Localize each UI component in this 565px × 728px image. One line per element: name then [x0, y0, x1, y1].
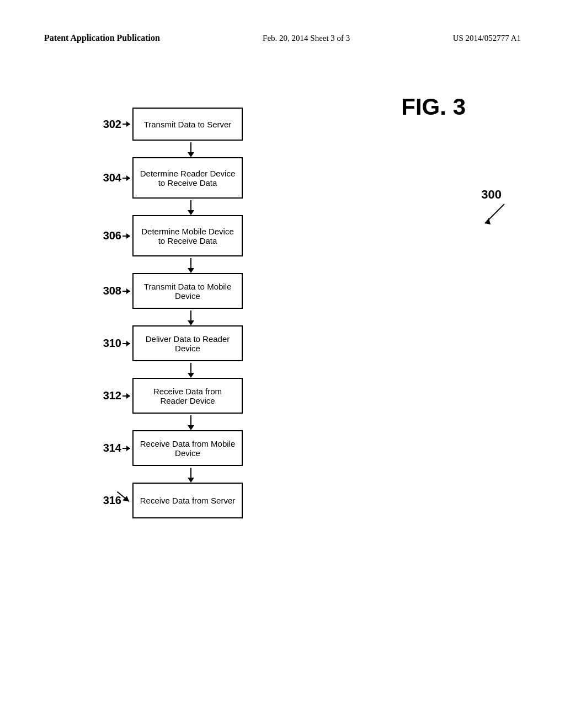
step-302-box: Transmit Data to Server	[132, 108, 243, 141]
step-312-row: 312 Receive Data from Reader Device	[132, 378, 243, 414]
step-306-label: 306	[83, 229, 121, 242]
step-316-group: 316 Receive Data from Server	[132, 483, 243, 518]
step-304-group: 304 Determine Reader Device to Receive D…	[132, 157, 243, 215]
step-312-group: 312 Receive Data from Reader Device	[132, 378, 243, 430]
svg-marker-5	[126, 175, 130, 181]
ref-300-arrow	[482, 201, 510, 229]
step-304-box: Determine Reader Device to Receive Data	[132, 157, 243, 199]
step-316-arrow	[117, 491, 135, 507]
connector-314-316	[188, 466, 194, 483]
step-310-group: 310 Deliver Data to Reader Device	[132, 325, 243, 378]
step-314-label: 314	[83, 442, 121, 454]
step-306-arrow	[122, 232, 135, 240]
step-314-row: 314 Receive Data from Mobile Device	[132, 430, 243, 466]
ref-300-label: 300	[481, 188, 502, 202]
step-314-box: Receive Data from Mobile Device	[132, 430, 243, 466]
step-310-row: 310 Deliver Data to Reader Device	[132, 325, 243, 361]
figure-label: FIG. 3	[401, 94, 466, 120]
step-316-label: 316	[83, 494, 121, 507]
step-308-box: Transmit Data to Mobile Device	[132, 273, 243, 309]
step-310-box: Deliver Data to Reader Device	[132, 325, 243, 361]
step-308-group: 308 Transmit Data to Mobile Device	[132, 273, 243, 325]
connector-306-308	[188, 256, 194, 273]
step-308-label: 308	[83, 285, 121, 297]
step-304-row: 304 Determine Reader Device to Receive D…	[132, 157, 243, 199]
step-310-arrow	[122, 340, 135, 347]
step-310-label: 310	[83, 337, 121, 350]
patent-number: US 2014/052777 A1	[453, 34, 521, 43]
step-312-box: Receive Data from Reader Device	[132, 378, 243, 414]
step-316-box: Receive Data from Server	[132, 483, 243, 518]
publication-date: Feb. 20, 2014 Sheet 3 of 3	[263, 34, 350, 43]
step-312-label: 312	[83, 389, 121, 402]
step-306-row: 306 Determine Mobile Device to Receive D…	[132, 215, 243, 256]
step-308-row: 308 Transmit Data to Mobile Device	[132, 273, 243, 309]
step-314-group: 314 Receive Data from Mobile Device	[132, 430, 243, 483]
step-302-label: 302	[83, 118, 121, 131]
svg-marker-9	[126, 288, 130, 294]
flowchart: 302 Transmit Data to Server 304	[132, 108, 243, 518]
step-302-row: 302 Transmit Data to Server	[132, 108, 243, 141]
svg-marker-13	[126, 393, 130, 399]
connector-302-304	[188, 141, 194, 157]
step-312-arrow	[122, 392, 135, 400]
publication-label: Patent Application Publication	[44, 33, 160, 43]
step-308-arrow	[122, 287, 135, 295]
step-316-row: 316 Receive Data from Server	[132, 483, 243, 518]
svg-marker-15	[126, 446, 130, 451]
step-306-group: 306 Determine Mobile Device to Receive D…	[132, 215, 243, 273]
step-306-box: Determine Mobile Device to Receive Data	[132, 215, 243, 256]
connector-312-314	[188, 414, 194, 430]
svg-marker-11	[126, 341, 130, 346]
svg-marker-3	[126, 121, 130, 127]
step-302-arrow	[122, 120, 135, 128]
step-314-arrow	[122, 445, 135, 452]
connector-304-306	[188, 199, 194, 215]
step-304-arrow	[122, 174, 135, 182]
page-header: Patent Application Publication Feb. 20, …	[0, 33, 565, 43]
step-304-label: 304	[83, 172, 121, 184]
connector-308-310	[188, 309, 194, 325]
svg-marker-7	[126, 233, 130, 239]
step-302-group: 302 Transmit Data to Server	[132, 108, 243, 157]
connector-310-312	[188, 361, 194, 378]
